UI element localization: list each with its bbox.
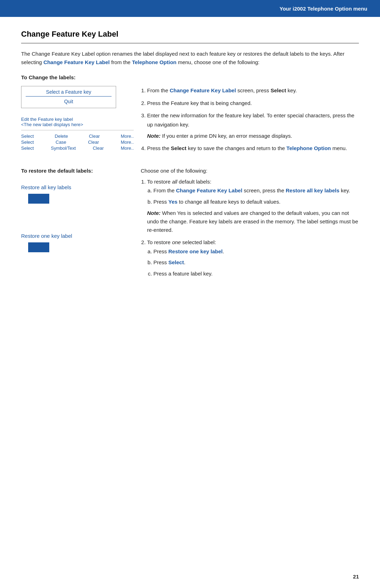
restore-step1: To restore all default labels: From the … <box>147 177 359 235</box>
sk2-clear: Clear <box>88 140 99 145</box>
title-rule <box>21 43 359 43</box>
restore-all-button[interactable] <box>28 194 49 204</box>
restore-step2-italic: one <box>172 239 181 245</box>
step4-select: Select <box>171 145 186 151</box>
note-label-2: Note: <box>147 210 160 216</box>
step3-note: Note: If you enter a prime DN key, an er… <box>147 132 359 140</box>
restore-step2b: Press Select. <box>153 258 359 267</box>
sk3-symbol: Symbol/Text <box>51 146 76 151</box>
restore-step1b-yes: Yes <box>169 199 178 205</box>
left-col-2: To restore the default labels: Restore a… <box>21 168 141 282</box>
restore-all-wrapper: Restore all key labels <box>21 184 134 205</box>
note-label-1: Note: <box>147 133 160 139</box>
sk3-clear: Clear <box>93 146 104 151</box>
phone-screen-2-label: Edit the Feature key label <box>21 117 134 122</box>
step1-link: Change Feature Key Label <box>170 87 236 93</box>
restore-one-button[interactable] <box>28 242 49 252</box>
steps-list-1: From the Change Feature Key Label screen… <box>147 86 359 153</box>
step3: Enter the new information for the featur… <box>147 111 359 140</box>
right-col-2: Choose one of the following: To restore … <box>141 168 359 282</box>
page-title: Change Feature Key Label <box>21 30 359 39</box>
restore-step2-sub: Press Restore one key label. Press Selec… <box>153 247 359 278</box>
restore-step1-sub: From the Change Feature Key Label screen… <box>153 186 359 206</box>
sk3-select: Select <box>21 146 34 151</box>
restore-one-wrapper: Restore one key label <box>21 233 134 253</box>
right-col-1: From the Change Feature Key Label screen… <box>141 86 359 156</box>
sk2-select: Select <box>21 140 34 145</box>
phone-softkeys: Select Delete Clear More.. Select Case C… <box>21 133 134 151</box>
intro-link-telephone: Telephone Option <box>132 59 176 65</box>
restore-step2a-link: Restore one key label <box>169 248 223 254</box>
restore-all-label: Restore all key labels <box>21 184 134 190</box>
phone-screen-1-item: Quit <box>26 98 112 105</box>
restore-step1a-link2: Restore all key labels <box>286 187 340 193</box>
step2: Press the Feature key that is being chan… <box>147 99 359 108</box>
restore-step2a: Press Restore one key label. <box>153 247 359 256</box>
phone-screen-2-sublabel: <The new label displays here> <box>21 122 134 127</box>
phone-screen-1: Select a Feature key Quit <box>21 86 116 108</box>
step1-select: Select <box>271 87 286 93</box>
restore-step1b: Press Yes to change all feature keys to … <box>153 197 359 206</box>
section2-content: To restore the default labels: Restore a… <box>21 168 359 282</box>
section2-heading: To restore the default labels: <box>21 168 134 174</box>
sk1-select: Select <box>21 134 34 139</box>
sk2-case: Case <box>56 140 66 145</box>
restore-step2c: Press a feature label key. <box>153 269 359 278</box>
restore-step1a-link1: Change Feature Key Label <box>176 187 242 193</box>
softkey-row-2: Select Case Clear More.. <box>21 139 134 145</box>
step1: From the Change Feature Key Label screen… <box>147 86 359 95</box>
sk1-delete: Delete <box>55 134 68 139</box>
steps-list-2: To restore all default labels: From the … <box>147 177 359 278</box>
restore-step2: To restore one selected label: Press Res… <box>147 238 359 278</box>
step4-link: Telephone Option <box>286 145 331 151</box>
restore-step1a: From the Change Feature Key Label screen… <box>153 186 359 195</box>
header-bar: Your i2002 Telephone Option menu <box>0 0 380 17</box>
phone-screen-2-wrapper: Edit the Feature key label <The new labe… <box>21 117 134 151</box>
softkey-row-1: Select Delete Clear More.. <box>21 133 134 139</box>
left-col-1: Select a Feature key Quit Edit the Featu… <box>21 86 141 156</box>
sk1-more: More.. <box>121 134 134 139</box>
restore-step2b-select: Select <box>169 259 184 265</box>
intro-text: The Change Feature Key Label option rena… <box>21 50 359 67</box>
intro-link-change: Change Feature Key Label <box>43 59 109 65</box>
section1-content: Select a Feature key Quit Edit the Featu… <box>21 86 359 156</box>
sk1-clear: Clear <box>89 134 100 139</box>
section1-heading: To Change the labels: <box>21 74 359 80</box>
sk3-more: More.. <box>121 146 134 151</box>
step4: Press the Select key to save the changes… <box>147 144 359 153</box>
restore-one-label: Restore one key label <box>21 233 134 239</box>
softkey-row-3: Select Symbol/Text Clear More.. <box>21 145 134 151</box>
header-title: Your i2002 Telephone Option menu <box>280 6 367 12</box>
restore-note: Note: When Yes is selected and values ar… <box>147 209 359 234</box>
page-number: 21 <box>353 574 359 580</box>
phone-screen-1-title: Select a Feature key <box>26 89 112 97</box>
softkeys-col: Select Delete Clear More.. Select Case C… <box>21 133 134 151</box>
phone-screen-2-divider <box>21 130 134 130</box>
section2-intro: Choose one of the following: <box>141 168 359 174</box>
sk2-more: More.. <box>121 140 134 145</box>
restore-step1-italic: all <box>172 179 177 185</box>
